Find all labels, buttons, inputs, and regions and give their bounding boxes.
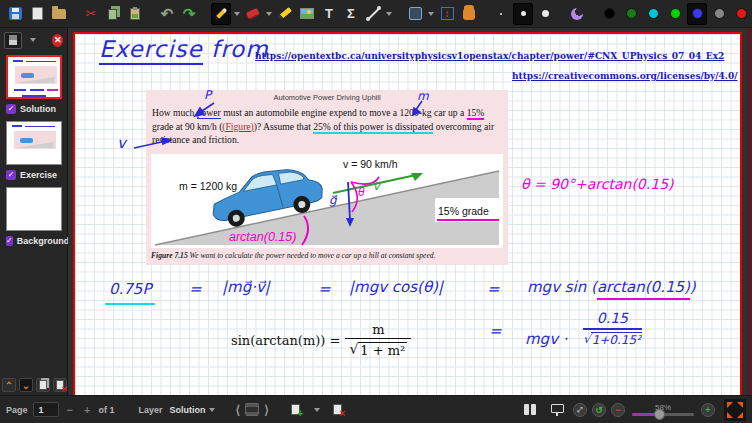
exercise-paragraph: How much power must an automobile engine… <box>152 106 504 147</box>
redo-icon[interactable] <box>179 3 199 25</box>
pen-options-chevron-icon[interactable] <box>232 3 242 25</box>
eraser-tool-button[interactable] <box>243 3 263 25</box>
figure-link[interactable]: (Figure) <box>222 121 253 132</box>
black-swatch-icon <box>604 8 615 19</box>
source-link-2[interactable]: https://creativecommons.org/licenses/by/… <box>512 71 738 81</box>
theta-label: θ <box>358 185 365 199</box>
add-layer-chevron-icon[interactable] <box>312 399 322 421</box>
mini-car <box>20 138 33 143</box>
page-minus-button[interactable]: − <box>64 404 76 416</box>
page-plus-button[interactable]: + <box>81 404 93 416</box>
color-gray-swatch[interactable] <box>709 3 729 25</box>
zoom-slider[interactable] <box>632 413 694 416</box>
para-25pct-underlined: 25% of this power is dissipated <box>313 121 433 134</box>
math-tex-tool-button[interactable]: Σ <box>341 3 361 25</box>
layer-thumbnail-background[interactable] <box>6 187 62 231</box>
open-folder-icon[interactable] <box>49 3 69 25</box>
stroke-thick-button[interactable] <box>535 3 555 25</box>
color-blue-swatch[interactable] <box>687 3 707 25</box>
previous-layer-button[interactable]: ⟨ <box>235 403 240 417</box>
sidebar-mode-chevron-icon[interactable] <box>28 29 38 51</box>
sidebar-header: ✕ <box>0 28 67 52</box>
para-text: resistance and friction. <box>152 134 239 145</box>
blank-page-icon <box>32 7 43 20</box>
duplicate-page-icon <box>39 380 47 390</box>
next-layer-button[interactable]: ⟩ <box>264 403 269 417</box>
vertical-scrollbar[interactable] <box>747 28 752 395</box>
pen-tool-button[interactable] <box>211 3 231 25</box>
close-sidebar-button[interactable]: ✕ <box>52 34 63 47</box>
page-number-input[interactable]: 1 <box>33 402 59 417</box>
equals-sign: = <box>487 280 500 298</box>
cut-icon[interactable] <box>81 3 101 25</box>
eraser-options-chevron-icon[interactable] <box>264 3 274 25</box>
move-layer-down-button[interactable] <box>19 378 33 392</box>
color-green-swatch[interactable] <box>665 3 685 25</box>
layer-row-solution[interactable]: ✓ Solution <box>0 101 67 118</box>
highlighter-icon <box>278 7 292 20</box>
fill-tool-button[interactable] <box>567 3 587 25</box>
fill-icon <box>571 8 583 20</box>
thick-dot-icon <box>542 10 549 17</box>
insert-image-button[interactable] <box>297 3 317 25</box>
save-icon[interactable] <box>5 3 25 25</box>
copy-icon[interactable] <box>103 3 123 25</box>
gravity-vector-label: g⃗ <box>329 193 338 207</box>
fullscreen-button[interactable] <box>724 399 746 421</box>
paste-icon[interactable] <box>125 3 145 25</box>
delete-page-button[interactable] <box>53 378 67 392</box>
layer-checkbox-exercise[interactable]: ✓ <box>6 170 16 180</box>
vertical-space-tool-button[interactable] <box>437 3 457 25</box>
duplicate-page-button[interactable] <box>36 378 50 392</box>
para-text: must an automobile engine expend to move… <box>221 107 467 118</box>
layer-select-dropdown[interactable]: Solution <box>167 405 217 415</box>
image-icon <box>300 8 314 19</box>
equals-sign: = <box>189 280 202 298</box>
layer-name-exercise: Exercise <box>20 170 57 180</box>
layer-thumbnail-solution[interactable] <box>6 55 62 99</box>
sqrt-symbol: √ <box>583 332 591 347</box>
layer-row-background[interactable]: ✓ Background <box>0 233 67 250</box>
highlighter-tool-button[interactable] <box>275 3 295 25</box>
layer-stack-icon[interactable] <box>245 403 259 416</box>
hand-tool-button[interactable] <box>459 3 479 25</box>
annotation-p: P <box>204 88 211 102</box>
zoom-in-button[interactable]: + <box>701 403 715 417</box>
add-layer-button[interactable] <box>286 399 306 421</box>
text-tool-label: T <box>325 7 333 20</box>
undo-icon[interactable] <box>157 3 177 25</box>
add-layer-icon <box>291 404 300 415</box>
zoom-original-button[interactable]: ↺ <box>592 403 606 417</box>
clipboard-icon <box>130 8 140 20</box>
paired-pages-button[interactable] <box>520 399 540 421</box>
layer-checkbox-solution[interactable]: ✓ <box>6 104 16 114</box>
shape-options-chevron-icon[interactable] <box>384 3 394 25</box>
zoom-out-button[interactable]: − <box>611 403 625 417</box>
text-tool-button[interactable]: T <box>319 3 339 25</box>
color-cyan-swatch[interactable] <box>643 3 663 25</box>
color-red-swatch[interactable] <box>731 3 751 25</box>
pen-icon <box>215 7 228 20</box>
zoom-slider-knob[interactable] <box>654 409 665 420</box>
new-document-icon[interactable] <box>27 3 47 25</box>
preview-mode-button[interactable] <box>4 32 22 49</box>
document-canvas[interactable]: Exercise from https://opentextbc.ca/univ… <box>68 28 752 395</box>
layer-row-exercise[interactable]: ✓ Exercise <box>0 167 67 184</box>
source-link-1[interactable]: https://opentextbc.ca/universityphysicsv… <box>255 51 724 61</box>
eq2-numerator: 0.15 <box>597 310 628 328</box>
shape-line-tool-button[interactable] <box>363 3 383 25</box>
sin-pre: mgv sin ( <box>527 278 597 296</box>
select-options-chevron-icon[interactable] <box>426 3 436 25</box>
move-layer-up-button[interactable] <box>2 378 16 392</box>
notebook-page[interactable]: Exercise from https://opentextbc.ca/univ… <box>73 32 742 395</box>
select-rectangle-button[interactable] <box>405 3 425 25</box>
delete-layer-button[interactable] <box>328 399 348 421</box>
color-darkgreen-swatch[interactable] <box>621 3 641 25</box>
zoom-fit-button[interactable]: ⤢ <box>573 403 587 417</box>
presentation-mode-button[interactable] <box>547 399 567 421</box>
layer-thumbnail-exercise[interactable] <box>6 121 62 165</box>
stroke-medium-button[interactable] <box>513 3 533 25</box>
color-black-swatch[interactable] <box>599 3 619 25</box>
stroke-fine-button[interactable] <box>491 3 511 25</box>
layer-checkbox-background[interactable]: ✓ <box>6 236 13 246</box>
